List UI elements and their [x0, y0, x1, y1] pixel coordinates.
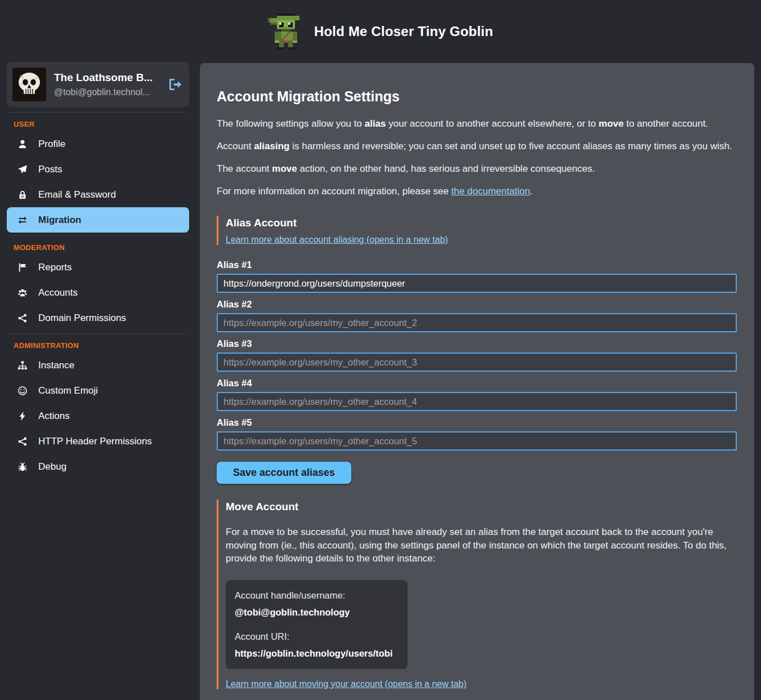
- text-bold: alias: [365, 118, 386, 129]
- sidebar-divider: [9, 112, 187, 113]
- text: to another account.: [624, 118, 708, 129]
- share-nodes-icon: [17, 436, 28, 447]
- alias-1-label: Alias #1: [217, 260, 737, 270]
- section-header-user: USER: [14, 120, 189, 128]
- sidebar-divider: [9, 333, 187, 334]
- sidebar-item-label: Debug: [38, 461, 66, 472]
- alias-2-input[interactable]: [217, 313, 737, 332]
- intro-paragraph-2: Account aliasing is harmless and reversi…: [217, 140, 737, 153]
- alias-account-heading: Alias Account: [226, 216, 737, 230]
- account-details-box: Account handle/username: @tobi@goblin.te…: [226, 580, 408, 669]
- move-account-description: For a move to be successful, you must ha…: [226, 525, 735, 565]
- sidebar-item-label: Reports: [38, 262, 72, 273]
- sidebar-item-label: Actions: [38, 411, 70, 422]
- app-window: Hold Me Closer Tiny Goblin: [0, 0, 761, 700]
- alias-3-input[interactable]: [217, 353, 737, 372]
- sidebar-item-accounts[interactable]: Accounts: [7, 280, 189, 305]
- lock-icon: [17, 190, 28, 200]
- flag-icon: [17, 262, 28, 273]
- sidebar-item-label: Profile: [38, 139, 65, 150]
- sign-out-icon: [168, 78, 182, 91]
- alias-4-input[interactable]: [217, 392, 737, 411]
- sitemap-icon: [17, 360, 28, 371]
- user-meta: The Loathsome B... @tobi@goblin.technol.…: [54, 72, 159, 97]
- account-uri-value: https://goblin.technology/users/tobi: [235, 648, 399, 659]
- sidebar-item-label: Posts: [38, 164, 62, 175]
- sidebar-item-http-header-permissions[interactable]: HTTP Header Permissions: [7, 429, 189, 454]
- move-account-heading: Move Account: [226, 500, 737, 514]
- skull-avatar-image: [12, 68, 46, 101]
- sidebar-item-label: HTTP Header Permissions: [38, 436, 152, 447]
- sidebar-item-posts[interactable]: Posts: [7, 157, 189, 182]
- app-title: Hold Me Closer Tiny Goblin: [314, 24, 493, 39]
- account-handle-value: @tobi@goblin.technology: [235, 607, 399, 618]
- sidebar-item-actions[interactable]: Actions: [7, 403, 189, 429]
- user-icon: [17, 139, 28, 149]
- sidebar-item-debug[interactable]: Debug: [7, 454, 189, 479]
- move-account-section: Move Account For a move to be successful…: [217, 500, 737, 689]
- transfer-arrows-icon: [17, 215, 28, 225]
- sidebar-item-domain-permissions[interactable]: Domain Permissions: [7, 305, 189, 331]
- users-icon: [17, 288, 28, 298]
- alias-5-label: Alias #5: [217, 417, 737, 428]
- sidebar-item-label: Custom Emoji: [38, 385, 98, 396]
- alias-2-label: Alias #2: [217, 299, 737, 310]
- sidebar-item-migration[interactable]: Migration: [7, 207, 189, 233]
- alias-2-group: Alias #2: [217, 299, 737, 332]
- account-handle-label: Account handle/username:: [235, 590, 399, 601]
- alias-1-group: Alias #1: [217, 260, 737, 293]
- user-handle: @tobi@goblin.technol...: [54, 87, 159, 97]
- account-uri-label: Account URI:: [235, 631, 399, 642]
- user-display-name: The Loathsome B...: [54, 72, 159, 84]
- smiley-icon: [17, 386, 28, 396]
- intro-paragraph-1: The following settings allow you to alia…: [217, 117, 737, 130]
- intro-paragraph-3: The account move action, on the other ha…: [217, 162, 737, 175]
- text: action, on the other hand, has serious a…: [297, 163, 595, 174]
- text-bold: move: [599, 118, 624, 129]
- alias-3-label: Alias #3: [217, 338, 737, 349]
- alias-account-section-header: Alias Account Learn more about account a…: [217, 216, 737, 245]
- paper-plane-icon: [17, 164, 28, 175]
- text: .: [530, 186, 533, 197]
- logout-button[interactable]: [167, 77, 183, 92]
- page-title: Account Migration Settings: [217, 88, 737, 105]
- text: Account: [217, 141, 254, 151]
- sidebar-item-instance[interactable]: Instance: [7, 353, 189, 378]
- text-bold: aliasing: [254, 141, 289, 151]
- sidebar-item-label: Migration: [38, 215, 82, 226]
- alias-5-input[interactable]: [217, 431, 737, 451]
- sidebar-divider: [9, 235, 187, 236]
- sidebar-item-custom-emoji[interactable]: Custom Emoji: [7, 378, 189, 403]
- app-header: Hold Me Closer Tiny Goblin: [0, 0, 761, 63]
- sidebar-item-reports[interactable]: Reports: [7, 255, 189, 280]
- alias-4-label: Alias #4: [217, 378, 737, 389]
- text: your account to another account elsewher…: [386, 118, 599, 129]
- share-nodes-icon: [17, 313, 28, 323]
- text-bold: move: [272, 163, 297, 174]
- sidebar-item-label: Domain Permissions: [38, 313, 126, 324]
- sidebar-item-label: Accounts: [38, 287, 78, 298]
- avatar: [12, 68, 46, 101]
- sidebar-item-email-password[interactable]: Email & Password: [7, 182, 189, 207]
- text: The following settings allow you to: [217, 118, 365, 129]
- sidebar: The Loathsome B... @tobi@goblin.technol.…: [7, 62, 189, 479]
- save-account-aliases-button[interactable]: Save account aliases: [217, 462, 351, 484]
- user-card: The Loathsome B... @tobi@goblin.technol.…: [7, 62, 189, 107]
- alias-4-group: Alias #4: [217, 378, 737, 411]
- alias-5-group: Alias #5: [217, 417, 737, 451]
- goblin-logo-icon: [268, 14, 304, 50]
- sidebar-item-profile[interactable]: Profile: [7, 131, 189, 157]
- alias-learn-more-link[interactable]: Learn more about account aliasing (opens…: [226, 235, 448, 245]
- alias-3-group: Alias #3: [217, 338, 737, 372]
- sidebar-item-label: Email & Password: [38, 189, 116, 200]
- sidebar-item-label: Instance: [38, 360, 74, 371]
- section-header-moderation: MODERATION: [14, 243, 189, 252]
- move-learn-more-link[interactable]: Learn more about moving your account (op…: [226, 679, 467, 689]
- documentation-link[interactable]: the documentation: [451, 186, 530, 197]
- alias-1-input[interactable]: [217, 274, 737, 293]
- section-header-administration: ADMINISTRATION: [14, 341, 189, 350]
- text: For more information on account migratio…: [217, 186, 451, 197]
- main-panel: Account Migration Settings The following…: [200, 63, 754, 700]
- move-link-row: Learn more about moving your account (op…: [226, 679, 737, 689]
- text: is harmless and reversible; you can set …: [289, 141, 732, 151]
